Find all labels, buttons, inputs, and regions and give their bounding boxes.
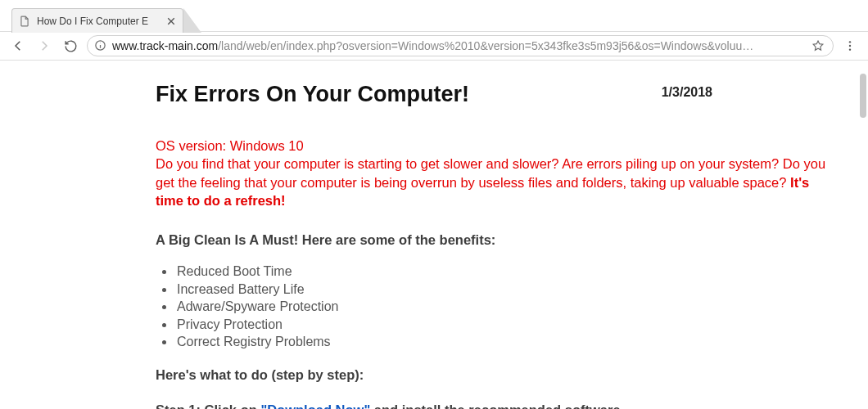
step-label: Step 1: (156, 402, 205, 409)
benefits-list: Reduced Boot Time Increased Battery Life… (175, 263, 835, 351)
forward-button (34, 36, 54, 56)
list-item: Increased Battery Life (175, 281, 835, 299)
list-item: Privacy Protection (175, 316, 835, 334)
tab-trail (183, 8, 201, 33)
tabbar: How Do I Fix Computer E (0, 0, 868, 31)
menu-button[interactable] (840, 36, 860, 56)
browser-tab[interactable]: How Do I Fix Computer E (11, 8, 183, 33)
step-text-b: and install the recommended software. (370, 402, 624, 409)
svg-point-10 (100, 43, 101, 43)
url-path: /land/web/en/index.php?osversion=Windows… (218, 39, 805, 52)
toolbar: www.track-main.com /land/web/en/index.ph… (0, 31, 868, 61)
intro-block: OS version: Windows 10 Do you find that … (156, 137, 835, 209)
svg-point-12 (849, 45, 851, 47)
svg-point-13 (849, 48, 851, 50)
bookmark-icon[interactable] (811, 39, 825, 52)
reload-button[interactable] (61, 36, 80, 56)
page-date: 1/3/2018 (662, 85, 712, 100)
steps-heading: Here's what to do (step by step): (156, 367, 835, 383)
address-bar[interactable]: www.track-main.com /land/web/en/index.ph… (87, 35, 834, 56)
intro-text: Do you find that your computer is starti… (156, 156, 825, 189)
step-1: Step 1: Click on "Download Now" and inst… (156, 402, 835, 409)
os-line: OS version: Windows 10 (156, 138, 304, 153)
svg-point-11 (849, 41, 851, 43)
list-item: Adware/Spyware Protection (175, 298, 835, 316)
page-title: Fix Errors On Your Computer! (156, 82, 835, 107)
site-info-icon[interactable] (94, 39, 107, 52)
benefits-heading: A Big Clean Is A Must! Here are some of … (156, 232, 835, 248)
url-host: www.track-main.com (112, 39, 218, 52)
list-item: Correct Registry Problems (175, 333, 835, 351)
tab-close-icon[interactable] (166, 16, 176, 26)
viewport: 1/3/2018 Fix Errors On Your Computer! OS… (0, 61, 868, 409)
back-button[interactable] (8, 36, 28, 56)
file-icon (19, 16, 30, 27)
step-text-a: Click on (205, 402, 261, 409)
download-now-link[interactable]: "Download Now" (260, 402, 370, 409)
tab-title: How Do I Fix Computer E (37, 16, 161, 27)
list-item: Reduced Boot Time (175, 263, 835, 281)
